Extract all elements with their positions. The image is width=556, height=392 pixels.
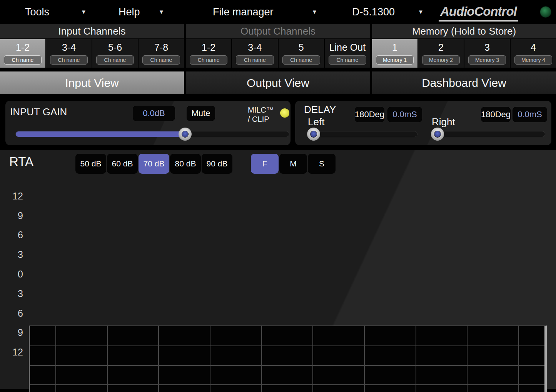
memory-section: Memory (Hold to Store) 1Memory 12Memory … [372, 24, 556, 68]
output-tab-3-4[interactable]: 3-4Ch name [232, 39, 277, 68]
channel-name-button[interactable]: Ch name [50, 55, 88, 65]
delay-right-slider[interactable] [431, 131, 545, 137]
memory-tab-3[interactable]: 3Memory 3 [464, 39, 510, 68]
tab-dashboard-view[interactable]: Dashboard View [372, 71, 556, 94]
mute-button[interactable]: Mute [187, 106, 215, 121]
rta-range-button-70-db[interactable]: 70 dB [139, 154, 169, 174]
chevron-down-icon[interactable]: ▼ [418, 8, 424, 15]
tab-input-view-label: Input View [65, 76, 119, 90]
memory-header: Memory (Hold to Store) [372, 24, 556, 38]
memory-tab-1[interactable]: 1Memory 1 [372, 39, 417, 68]
gridline-vertical [261, 326, 262, 392]
delay-right-phase-button[interactable]: 180Deg [481, 107, 511, 122]
output-tab-label: 5 [299, 39, 304, 55]
input-tab-label: 1-2 [16, 39, 30, 55]
y-axis-tick-label: 12 [7, 191, 23, 202]
memory-tab-label: 2 [438, 39, 444, 55]
chevron-down-icon[interactable]: ▼ [159, 8, 164, 15]
memory-tab-2[interactable]: 2Memory 2 [418, 39, 464, 68]
output-tab-label: 3-4 [248, 39, 262, 55]
channel-name-button[interactable]: Ch name [236, 55, 274, 65]
input-tab-3-4[interactable]: 3-4Ch name [46, 39, 92, 68]
gain-value-button[interactable]: 0.0dB [133, 106, 175, 121]
delay-left-phase-button[interactable]: 180Deg [355, 107, 384, 122]
delay-panel: DELAY Left 180Deg 0.0mS Right 180Deg 0.0… [295, 101, 551, 145]
rta-range-button-90-db[interactable]: 90 dB [202, 154, 232, 174]
menu-file-manager[interactable]: File manager [213, 0, 274, 24]
input-channels-header: Input Channels [0, 24, 184, 38]
memory-tab-label: 1 [392, 39, 397, 55]
channel-name-button[interactable]: Ch name [4, 55, 42, 65]
memory-slot-button[interactable]: Memory 2 [422, 55, 460, 65]
input-gain-slider[interactable] [15, 131, 289, 137]
gridline-vertical [364, 326, 365, 392]
menu-device-selector[interactable]: D-5.1300 [352, 0, 395, 24]
rta-range-button-50-db[interactable]: 50 dB [75, 154, 106, 174]
output-tab-line-out[interactable]: Line OutCh name [325, 39, 370, 68]
memory-tabs: 1Memory 12Memory 23Memory 34Memory 4 [372, 39, 556, 68]
output-channel-tabs: 1-2Ch name3-4Ch name5Ch nameLine OutCh n… [186, 39, 370, 68]
chevron-down-icon[interactable]: ▼ [81, 8, 87, 15]
y-axis-tick-label: 3 [7, 249, 23, 260]
y-axis-tick-label: 6 [7, 308, 23, 319]
milc-clip-label: MILC™ / CLIP [248, 105, 274, 124]
input-channels-section: Input Channels 1-2Ch name3-4Ch name5-6Ch… [0, 24, 184, 68]
y-axis-tick-label: 6 [7, 229, 23, 241]
tab-output-view-label: Output View [247, 76, 309, 90]
y-axis-tick-label: 3 [7, 288, 23, 299]
channel-name-button[interactable]: Ch name [190, 55, 227, 65]
delay-title: DELAY [304, 104, 336, 116]
audiocontrol-logo: AudioControl [439, 4, 518, 22]
menu-tools[interactable]: Tools [25, 0, 49, 24]
delay-left-label: Left [308, 116, 324, 128]
clip-led-icon [280, 108, 289, 118]
input-gain-slider-handle[interactable] [179, 128, 192, 141]
input-tab-label: 3-4 [62, 39, 76, 55]
menu-help[interactable]: Help [119, 0, 140, 24]
gridline-vertical [312, 326, 313, 392]
output-channels-header: Output Channels [186, 24, 370, 38]
y-axis-tick-label: 9 [7, 210, 23, 221]
menu-device-label: D-5.1300 [352, 6, 395, 18]
y-axis-tick-label: 12 [7, 347, 23, 358]
delay-left-slider[interactable] [307, 131, 417, 137]
menu-bar: Tools ▼ Help ▼ File manager ▼ D-5.1300 ▼… [0, 0, 556, 24]
gridline-vertical [416, 326, 416, 392]
delay-right-slider-handle[interactable] [431, 128, 444, 141]
input-tab-5-6[interactable]: 5-6Ch name [92, 39, 138, 68]
gridline-vertical [210, 326, 210, 392]
y-axis-tick-label: 9 [7, 327, 23, 338]
channel-name-button[interactable]: Ch name [282, 55, 320, 65]
memory-slot-button[interactable]: Memory 1 [376, 55, 414, 65]
delay-right-label: Right [432, 116, 455, 128]
channel-name-button[interactable]: Ch name [329, 55, 366, 65]
rta-range-button-80-db[interactable]: 80 dB [170, 154, 201, 174]
channel-name-button[interactable]: Ch name [142, 55, 180, 65]
channel-name-button[interactable]: Ch name [96, 55, 134, 65]
memory-slot-button[interactable]: Memory 4 [514, 55, 552, 65]
delay-left-slider-handle[interactable] [307, 128, 320, 141]
gridline-vertical [518, 326, 519, 392]
rta-range-button-60-db[interactable]: 60 dB [107, 154, 138, 174]
chevron-down-icon[interactable]: ▼ [312, 8, 317, 15]
gridline-vertical [467, 326, 468, 392]
tab-input-view[interactable]: Input View [0, 71, 184, 94]
memory-tab-label: 4 [531, 39, 536, 55]
input-tab-7-8[interactable]: 7-8Ch name [139, 39, 184, 68]
tab-dashboard-view-label: Dashboard View [422, 76, 506, 90]
output-tab-5[interactable]: 5Ch name [279, 39, 324, 68]
memory-tab-4[interactable]: 4Memory 4 [511, 39, 556, 68]
memory-slot-button[interactable]: Memory 3 [468, 55, 506, 65]
output-channels-section: Output Channels 1-2Ch name3-4Ch name5Ch … [186, 24, 370, 68]
rta-response-button-m[interactable]: M [279, 154, 307, 174]
delay-right-time-button[interactable]: 0.0mS [513, 107, 547, 122]
gridline-vertical [55, 326, 56, 392]
input-tab-1-2[interactable]: 1-2Ch name [0, 39, 45, 68]
delay-left-time-button[interactable]: 0.0mS [387, 107, 422, 122]
tab-output-view[interactable]: Output View [186, 71, 370, 94]
input-gain-title: INPUT GAIN [10, 106, 67, 118]
rta-response-button-f[interactable]: F [251, 154, 279, 174]
rta-response-button-s[interactable]: S [308, 154, 336, 174]
output-tab-1-2[interactable]: 1-2Ch name [186, 39, 231, 68]
audiocontrol-app: { "menu": { "items": [ {"label": "Tools"… [0, 0, 556, 392]
